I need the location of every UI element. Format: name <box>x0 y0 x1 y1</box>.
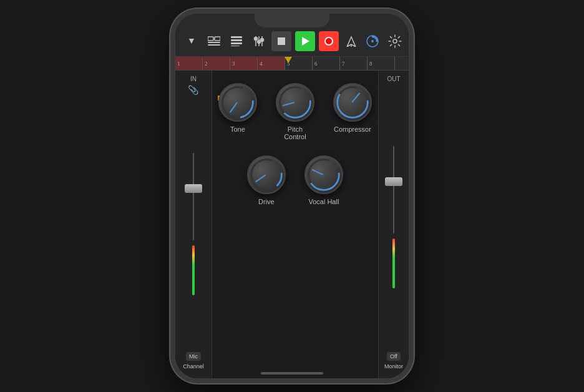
pitch-knob-container: Pitch Control <box>276 83 314 140</box>
output-fader[interactable] <box>379 82 409 352</box>
compressor-knob-container: Compressor <box>333 83 372 140</box>
knobs-row-2: Drive Vocal Hall <box>247 155 343 205</box>
svg-rect-0 <box>208 37 213 41</box>
svg-rect-4 <box>231 36 242 38</box>
in-label: IN <box>190 76 197 82</box>
svg-point-16 <box>371 40 374 42</box>
mixer-button[interactable] <box>250 32 268 50</box>
beat-3: 3 <box>230 57 258 70</box>
svg-rect-1 <box>215 37 220 41</box>
list-button[interactable] <box>228 32 245 50</box>
toolbar-center <box>271 31 360 51</box>
clip-icon: 📎 <box>188 85 198 96</box>
drive-knob-container: Drive <box>247 155 286 205</box>
phone-frame: ▼ <box>170 9 414 383</box>
left-panel: IN 📎 Mic Channel <box>175 71 212 378</box>
svg-point-12 <box>258 41 261 44</box>
playhead[interactable] <box>285 57 292 63</box>
monitor-label: Monitor <box>384 363 403 371</box>
play-button[interactable] <box>295 31 315 51</box>
fader-track-line <box>193 153 194 240</box>
channel-label: Channel <box>183 363 204 371</box>
drive-arc <box>248 157 285 193</box>
svg-rect-3 <box>208 44 220 46</box>
drive-label: Drive <box>258 198 275 205</box>
vocal-hall-knob-container: Vocal Hall <box>304 155 343 205</box>
blue-side-indicator[interactable] <box>170 225 174 231</box>
dropdown-button[interactable]: ▼ <box>183 32 200 50</box>
beat-7: 7 <box>340 57 367 70</box>
tone-arc <box>220 84 256 120</box>
svg-point-17 <box>393 39 397 43</box>
tuner-button[interactable] <box>343 32 360 50</box>
tone-label: Tone <box>230 125 245 133</box>
vocal-hall-knob[interactable] <box>304 155 343 194</box>
out-label: OUT <box>387 76 400 82</box>
record-icon <box>324 37 333 46</box>
vocal-hall-arc <box>306 157 342 193</box>
fader-thumb[interactable] <box>185 184 202 193</box>
toolbar-right <box>364 32 404 50</box>
stop-button[interactable] <box>271 31 291 51</box>
svg-rect-7 <box>231 46 240 46</box>
pitch-knob[interactable] <box>276 83 314 122</box>
beat-2: 2 <box>203 57 230 70</box>
input-fader[interactable] <box>175 96 212 352</box>
timeline-numbers: 1 2 3 4 5 6 7 8 <box>175 57 409 70</box>
output-fader-thumb[interactable] <box>385 177 402 186</box>
home-indicator <box>261 372 323 375</box>
channel-button[interactable]: Mic <box>186 352 201 361</box>
beat-4: 4 <box>258 57 285 70</box>
vu-meter-right <box>392 238 395 288</box>
center-panel: Tone Pitch Control <box>212 71 378 378</box>
svg-rect-5 <box>231 39 242 41</box>
beat-8: 8 <box>367 57 395 70</box>
tone-knob[interactable] <box>218 83 257 122</box>
right-panel: OUT Off Monitor <box>378 71 409 378</box>
pitch-arc <box>277 84 313 120</box>
svg-rect-2 <box>208 42 220 43</box>
vu-meter-left <box>192 245 195 295</box>
vocal-hall-label: Vocal Hall <box>308 198 339 205</box>
beat-6: 6 <box>313 57 340 70</box>
compressor-label: Compressor <box>334 125 371 133</box>
main-content: IN 📎 Mic Channel <box>175 71 409 378</box>
toolbar-left: ▼ <box>183 32 268 50</box>
svg-point-11 <box>255 37 258 41</box>
pitch-label: Pitch Control <box>276 125 314 140</box>
timeline-ruler[interactable]: 1 2 3 4 5 6 7 8 <box>175 57 409 71</box>
compressor-knob[interactable] <box>333 83 372 122</box>
stop-icon <box>278 37 285 45</box>
svg-point-13 <box>261 39 264 42</box>
track-view-button[interactable] <box>205 32 223 50</box>
monitor-button[interactable]: Off <box>387 352 401 361</box>
record-button[interactable] <box>319 31 339 51</box>
tone-knob-container: Tone <box>218 83 257 140</box>
beat-1: 1 <box>175 57 203 70</box>
svg-rect-6 <box>231 42 242 44</box>
play-icon <box>302 37 309 46</box>
output-fader-line <box>393 146 394 233</box>
smart-controls-button[interactable] <box>364 32 381 50</box>
drive-knob[interactable] <box>247 155 286 194</box>
notch <box>255 14 329 27</box>
knobs-row-1: Tone Pitch Control <box>218 83 372 140</box>
settings-button[interactable] <box>386 32 404 50</box>
